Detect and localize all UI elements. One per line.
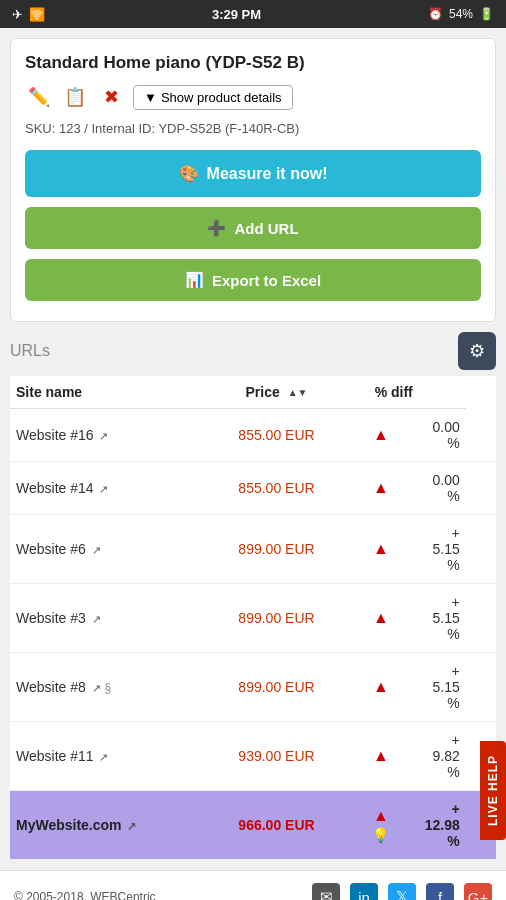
diff-cell: + 5.15 %: [419, 653, 466, 722]
add-url-button[interactable]: ➕ Add URL: [25, 207, 481, 249]
twitter-icon-button[interactable]: 𝕏: [388, 883, 416, 900]
site-name-cell: Website #3 ↗: [10, 584, 210, 653]
price-cell: 855.00 EUR: [210, 409, 343, 462]
measure-button[interactable]: 🎨 Measure it now!: [25, 150, 481, 197]
site-name-cell: Website #16 ↗: [10, 409, 210, 462]
chevron-down-icon: ▼: [144, 90, 157, 105]
site-name-text: MyWebsite.com: [16, 817, 122, 833]
site-name-cell: Website #8 ↗ §: [10, 653, 210, 722]
arrow-cell: ▲: [343, 515, 419, 584]
col-a-cell: [466, 409, 496, 462]
product-card: Standard Home piano (YDP-S52 B) ✏️ 📋 ✖ ▼…: [10, 38, 496, 322]
edit-button[interactable]: ✏️: [25, 83, 53, 111]
copyright-text: © 2005-2018, WEBCentric: [14, 890, 156, 900]
battery-text: 54%: [449, 7, 473, 21]
add-url-label: Add URL: [234, 220, 298, 237]
arrow-cell: ▲: [343, 584, 419, 653]
external-link-icon[interactable]: ↗: [127, 820, 136, 832]
site-name-text: Website #8: [16, 679, 86, 695]
table-row: Website #6 ↗ 899.00 EUR▲+ 5.15 %: [10, 515, 496, 584]
table-row: Website #3 ↗ 899.00 EUR▲+ 5.15 %: [10, 584, 496, 653]
diff-cell: 0.00 %: [419, 462, 466, 515]
price-cell: 855.00 EUR: [210, 462, 343, 515]
site-name-text: Website #14: [16, 480, 94, 496]
up-arrow-icon: ▲: [373, 609, 389, 626]
status-left: ✈ 🛜: [12, 7, 45, 22]
col-site-name: Site name: [10, 376, 210, 409]
gear-icon: ⚙: [469, 340, 485, 362]
sku-text: SKU: 123 / Internal ID: YDP-S52B (F-140R…: [25, 121, 481, 136]
footer-icons: ✉ in 𝕏 f G+: [312, 883, 492, 900]
arrow-cell: ▲: [343, 409, 419, 462]
product-title: Standard Home piano (YDP-S52 B): [25, 53, 481, 73]
footer: © 2005-2018, WEBCentric ✉ in 𝕏 f G+: [0, 870, 506, 900]
site-name-text: Website #11: [16, 748, 94, 764]
price-cell: 899.00 EUR: [210, 584, 343, 653]
price-value: 966.00 EUR: [238, 817, 314, 833]
arrow-cell: ▲: [343, 462, 419, 515]
up-arrow-icon: ▲: [373, 479, 389, 496]
copy-button[interactable]: 📋: [61, 83, 89, 111]
google-icon-button[interactable]: G+: [464, 883, 492, 900]
signal-icon: 🛜: [29, 7, 45, 22]
facebook-icon-button[interactable]: f: [426, 883, 454, 900]
site-name-cell: MyWebsite.com ↗: [10, 791, 210, 860]
up-arrow-icon: ▲: [373, 747, 389, 764]
up-arrow-icon: ▲: [373, 678, 389, 695]
export-button[interactable]: 📊 Export to Excel: [25, 259, 481, 301]
up-arrow-icon: ▲: [373, 426, 389, 443]
email-icon-button[interactable]: ✉: [312, 883, 340, 900]
status-time: 3:29 PM: [212, 7, 261, 22]
up-arrow-icon: ▲: [373, 540, 389, 557]
settings-button[interactable]: ⚙: [458, 332, 496, 370]
site-name-cell: Website #11 ↗: [10, 722, 210, 791]
battery-icon: 🔋: [479, 7, 494, 21]
tag-icon: §: [105, 681, 112, 695]
alarm-icon: ⏰: [428, 7, 443, 21]
external-link-icon[interactable]: ↗: [92, 544, 101, 556]
price-table: Site name Price ▲▼ % diff Website #16 ↗ …: [10, 376, 496, 860]
col-a-cell: [466, 653, 496, 722]
diff-cell: + 5.15 %: [419, 584, 466, 653]
col-a-cell: [466, 462, 496, 515]
diff-cell: + 5.15 %: [419, 515, 466, 584]
diff-cell: 0.00 %: [419, 409, 466, 462]
external-link-icon[interactable]: ↗: [99, 483, 108, 495]
action-row: ✏️ 📋 ✖ ▼ Show product details: [25, 83, 481, 111]
urls-section: URLs ⚙ Site name Price ▲▼ % diff Website…: [10, 332, 496, 860]
sort-icon[interactable]: ▲▼: [288, 388, 308, 398]
up-arrow-icon: ▲: [373, 807, 389, 824]
live-help-button[interactable]: LIVE HELP: [480, 741, 506, 840]
site-name-cell: Website #14 ↗: [10, 462, 210, 515]
linkedin-icon-button[interactable]: in: [350, 883, 378, 900]
external-link-icon[interactable]: ↗: [99, 430, 108, 442]
col-price: Price ▲▼: [210, 376, 343, 409]
external-link-icon[interactable]: ↗: [92, 613, 101, 625]
arrow-cell: ▲: [343, 722, 419, 791]
status-bar: ✈ 🛜 3:29 PM ⏰ 54% 🔋: [0, 0, 506, 28]
site-name-text: Website #16: [16, 427, 94, 443]
show-details-label: Show product details: [161, 90, 282, 105]
col-a-cell: [466, 515, 496, 584]
delete-button[interactable]: ✖: [97, 83, 125, 111]
diff-cell: + 9.82 %: [419, 722, 466, 791]
external-link-icon[interactable]: ↗: [99, 751, 108, 763]
col-diff: % diff: [343, 376, 419, 409]
table-row: Website #14 ↗ 855.00 EUR▲0.00 %: [10, 462, 496, 515]
export-icon: 📊: [185, 271, 204, 289]
urls-label: URLs: [10, 342, 50, 360]
table-row: Website #11 ↗ 939.00 EUR▲+ 9.82 %: [10, 722, 496, 791]
price-cell: 939.00 EUR: [210, 722, 343, 791]
measure-label: Measure it now!: [207, 165, 328, 183]
measure-icon: 🎨: [179, 164, 199, 183]
diff-cell: + 12.98 %: [419, 791, 466, 860]
urls-header: URLs ⚙: [10, 332, 496, 370]
arrow-cell: ▲: [343, 653, 419, 722]
lightbulb-icon: 💡: [349, 827, 413, 843]
site-name-cell: Website #6 ↗: [10, 515, 210, 584]
external-link-icon[interactable]: ↗: [92, 682, 101, 694]
table-row: Website #8 ↗ §899.00 EUR▲+ 5.15 %: [10, 653, 496, 722]
table-header-row: Site name Price ▲▼ % diff: [10, 376, 496, 409]
show-details-button[interactable]: ▼ Show product details: [133, 85, 293, 110]
wifi-icon: ✈: [12, 7, 23, 22]
